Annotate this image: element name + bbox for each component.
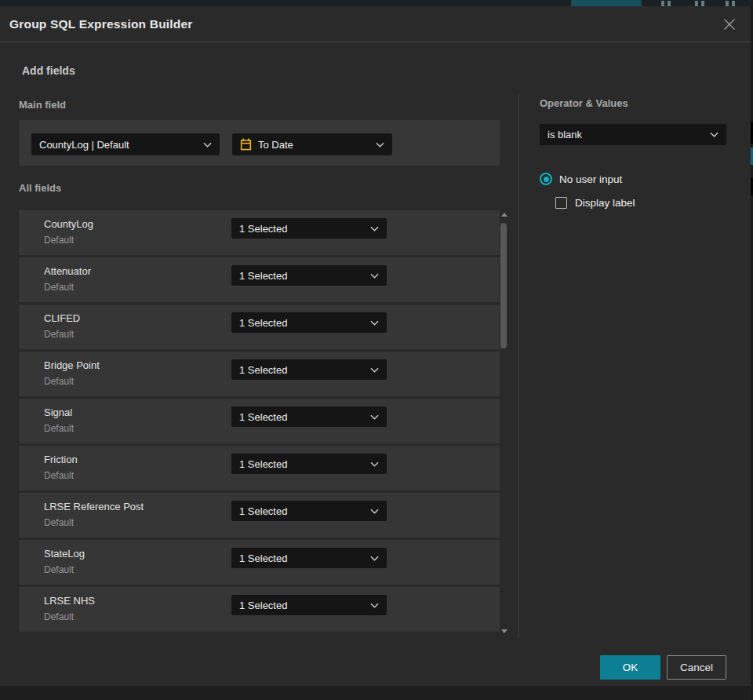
field-selection-dropdown-value: 1 Selected [239,552,366,564]
field-selection-dropdown[interactable]: 1 Selected [231,595,387,615]
display-label-checkbox[interactable]: Display label [555,197,635,209]
live-view-button: Live view [571,0,642,6]
field-row: Bridge Point Default 1 Selected [19,352,500,396]
field-selection-dropdown-value: 1 Selected [239,600,366,611]
field-subtitle: Default [44,376,100,387]
no-user-input-label: No user input [559,173,622,185]
scrollbar-down-arrow-icon[interactable] [501,629,507,633]
field-selection-dropdown[interactable]: 1 Selected [231,312,387,333]
add-fields-heading: Add fields [22,64,75,77]
field-selection-dropdown[interactable]: 1 Selected [231,407,387,427]
pause-bar-icon [726,1,729,6]
field-selection-dropdown-value: 1 Selected [239,223,366,235]
field-subtitle: Default [44,470,78,481]
chevron-down-icon [370,509,379,514]
main-field-panel: CountyLog | Default To Date [19,120,500,166]
field-selection-dropdown-value: 1 Selected [239,458,366,470]
ok-button[interactable]: OK [600,655,660,680]
field-selection-dropdown[interactable]: 1 Selected [231,218,387,239]
all-fields-label: All fields [19,182,61,194]
field-row-text: LRSE Reference Post Default [44,500,144,528]
field-name: StateLog [44,547,85,560]
field-name: LRSE NHS [44,594,95,607]
chevron-down-icon [203,142,212,148]
main-field-label: Main field [19,99,66,111]
field-row: Friction Default 1 Selected [19,446,500,490]
field-selection-dropdown-value: 1 Selected [239,317,366,329]
field-selection-dropdown[interactable]: 1 Selected [231,454,387,474]
field-subtitle: Default [44,423,74,434]
field-type-dropdown[interactable]: To Date [232,133,392,155]
checkbox-icon[interactable] [555,197,567,209]
calendar-icon [240,138,252,151]
field-type-dropdown-value: To Date [258,139,371,151]
field-row: LRSE NHS Default 1 Selected [19,587,500,632]
chevron-down-icon [370,226,379,232]
group-sql-expression-builder-dialog: Group SQL Expression Builder Add fields … [0,6,751,686]
field-row: Signal Default 1 Selected [19,399,500,443]
field-subtitle: Default [44,517,144,528]
field-row-text: Friction Default [44,453,78,481]
scrollbar-thumb[interactable] [500,223,507,348]
field-selection-dropdown-value: 1 Selected [239,364,366,376]
list-scrollbar[interactable] [500,209,509,638]
operator-dropdown-value: is blank [547,129,705,140]
chevron-down-icon [710,132,718,137]
radio-button-icon[interactable] [540,173,552,185]
field-subtitle: Default [44,329,80,340]
chevron-down-icon [370,273,379,279]
chevron-down-icon [370,603,379,608]
pause-bar-icon [668,1,671,6]
pause-bar-icon [732,1,735,6]
field-name: LRSE Reference Post [44,500,144,513]
field-name: Bridge Point [44,359,100,372]
pause-bar-icon [661,1,664,6]
chevron-down-icon [370,556,379,561]
chevron-down-icon [376,142,384,148]
field-name: CountyLog [44,217,93,231]
field-subtitle: Default [44,282,91,293]
field-name: Attenuator [44,264,91,278]
field-selection-dropdown[interactable]: 1 Selected [231,501,387,521]
field-row: CountyLog Default 1 Selected [19,210,500,255]
field-selection-dropdown-value: 1 Selected [239,411,366,423]
operator-dropdown[interactable]: is blank [540,124,726,145]
all-fields-list: CountyLog Default 1 Selected Attenuator … [19,210,500,632]
field-selection-dropdown-value: 1 Selected [239,270,366,282]
field-selection-dropdown[interactable]: 1 Selected [231,359,387,380]
main-field-dropdown[interactable]: CountyLog | Default [31,133,220,155]
chevron-down-icon [370,320,379,326]
field-name: CLIFED [44,312,80,325]
field-subtitle: Default [44,564,85,575]
field-selection-dropdown[interactable]: 1 Selected [231,265,387,286]
field-row: LRSE Reference Post Default 1 Selected [19,493,500,538]
no-user-input-radio[interactable]: No user input [540,173,622,185]
field-selection-dropdown-value: 1 Selected [239,505,366,517]
dialog-title: Group SQL Expression Builder [9,17,193,31]
scrollbar-up-arrow-icon[interactable] [501,213,507,217]
field-row-text: Signal Default [44,406,74,434]
field-selection-dropdown[interactable]: 1 Selected [231,548,387,568]
field-subtitle: Default [44,235,93,246]
cancel-button[interactable]: Cancel [667,655,726,680]
field-subtitle: Default [44,611,95,622]
close-icon[interactable] [721,16,738,33]
main-field-dropdown-value: CountyLog | Default [39,139,198,151]
pause-bar-icon [701,1,704,6]
field-row-text: LRSE NHS Default [44,594,95,622]
field-name: Signal [44,406,74,419]
field-row-text: Attenuator Default [44,264,91,293]
field-row-text: CountyLog Default [44,217,93,246]
field-row: Attenuator Default 1 Selected [19,257,500,302]
chevron-down-icon [370,414,379,420]
chevron-down-icon [370,367,379,373]
panel-divider [518,94,519,638]
display-label-text: Display label [575,197,635,209]
operator-values-label: Operator & Values [540,97,628,109]
dialog-header: Group SQL Expression Builder [0,6,751,42]
field-row-text: StateLog Default [44,547,85,575]
header-divider [0,42,751,42]
field-row: StateLog Default 1 Selected [19,540,500,585]
background-app-top-strip: Live view [0,0,753,6]
pause-bar-icon [695,1,698,6]
